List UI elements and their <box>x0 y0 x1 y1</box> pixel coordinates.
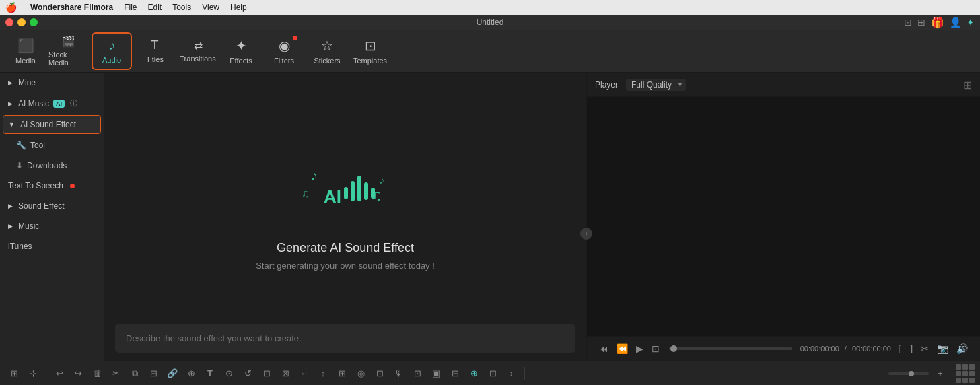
stickers-icon: ☆ <box>321 38 333 54</box>
sidebar-item-itunes[interactable]: iTunes <box>0 236 104 256</box>
skip-back-icon[interactable]: ⏮ <box>598 342 610 355</box>
quality-select[interactable]: Full Quality 1/2 Quality 1/4 Quality <box>626 79 686 91</box>
bt-circle-icon[interactable]: ⊙ <box>220 365 238 382</box>
sidebar-item-mine[interactable]: ▶ Mine <box>0 73 104 93</box>
player-progress[interactable] <box>669 347 792 350</box>
menu-view[interactable]: View <box>202 3 219 12</box>
sidebar-texttospeech-label: Text To Speech <box>8 181 63 190</box>
toolbar-media[interactable]: ⬛ Media <box>5 32 46 70</box>
bt-audio-icon[interactable]: 🎙 <box>390 365 407 382</box>
bt-frame-icon[interactable]: ⊠ <box>277 365 294 382</box>
audio-icon: ♪ <box>108 38 115 53</box>
bt-grid-icon[interactable] <box>956 364 975 383</box>
bt-speed-icon[interactable]: ⊡ <box>484 365 501 382</box>
grid-dot-6 <box>969 371 975 376</box>
bt-undo-icon[interactable]: ↩ <box>50 365 68 382</box>
toolbar-titles[interactable]: T Titles <box>135 32 175 70</box>
zoom-out-icon[interactable]: — <box>868 365 886 382</box>
svg-text:AI: AI <box>324 186 341 207</box>
toolbar-transitions[interactable]: ⇄ Transitions <box>178 32 218 70</box>
bt-split-v-icon[interactable]: ↕ <box>314 365 332 382</box>
sidebar-item-aisoundeffect[interactable]: ▼ AI Sound Effect <box>3 115 101 134</box>
toolbar-titles-label: Titles <box>146 55 164 63</box>
bt-split-h-icon[interactable]: ↔ <box>295 365 313 382</box>
bt-pip-icon[interactable]: ⊞ <box>333 365 351 382</box>
toolbar-stickers[interactable]: ☆ Stickers <box>307 32 347 70</box>
bt-more-icon[interactable]: › <box>503 365 520 382</box>
bt-shield-icon[interactable]: ⊟ <box>446 365 464 382</box>
svg-text:♪: ♪ <box>379 174 384 186</box>
zoom-in-icon[interactable]: + <box>932 365 949 382</box>
bt-rotate-icon[interactable]: ↺ <box>239 365 256 382</box>
bottom-toolbar: ⊞ ⊹ ↩ ↪ 🗑 ✂ ⧉ ⊟ 🔗 ⊕ T ⊙ ↺ ⊡ ⊠ ↔ ↕ ⊞ ◎ ⊡ … <box>0 361 980 385</box>
menu-help[interactable]: Help <box>230 3 247 12</box>
download-icon: ⬇ <box>16 161 23 170</box>
gift-icon[interactable]: 🎁 <box>931 16 944 29</box>
sidebar-item-downloads[interactable]: ⬇ Downloads <box>0 155 104 176</box>
zoom-track[interactable] <box>888 372 929 375</box>
toolbar-effects[interactable]: ✦ Effects <box>221 32 261 70</box>
fullscreen-small-icon[interactable]: ⊡ <box>650 342 661 355</box>
player-header: Player Full Quality 1/2 Quality 1/4 Qual… <box>587 73 980 97</box>
sidebar-item-soundeffect[interactable]: ▶ Sound Effect <box>0 196 104 216</box>
mark-out-icon[interactable]: ⌉ <box>908 342 914 355</box>
grid-view-icon[interactable]: ⊞ <box>963 78 972 91</box>
grid-dot-4 <box>956 371 961 376</box>
user-icon[interactable]: 👤 <box>950 17 961 28</box>
minimize-button[interactable] <box>18 18 26 26</box>
chevron-right-icon-soundeffect: ▶ <box>8 203 13 209</box>
bt-subtitle-icon[interactable]: ⊡ <box>409 365 426 382</box>
toolbar-templates[interactable]: ⊡ Templates <box>350 32 390 70</box>
sidebar: ▶ Mine ▶ AI Music AI ⓘ ▼ AI Sound Effect… <box>0 73 104 361</box>
menu-tools[interactable]: Tools <box>172 3 191 12</box>
toolbar-filters[interactable]: ◉ Filters <box>264 32 304 70</box>
bt-color-icon[interactable]: ▣ <box>427 365 445 382</box>
menu-edit[interactable]: Edit <box>147 3 162 12</box>
bt-text-icon[interactable]: T <box>201 365 219 382</box>
bt-copy-icon[interactable]: ⧉ <box>126 365 143 382</box>
bt-add-icon[interactable]: ⊕ <box>182 365 200 382</box>
bt-redo-icon[interactable]: ↪ <box>69 365 87 382</box>
collapse-sidebar-button[interactable]: ‹ <box>580 228 592 240</box>
sidebar-aisoundeffect-label: AI Sound Effect <box>20 120 76 129</box>
sidebar-item-music[interactable]: ▶ Music <box>0 216 104 236</box>
mark-in-icon[interactable]: ⌈ <box>897 342 903 355</box>
sidebar-item-texttospeech[interactable]: Text To Speech <box>0 176 104 196</box>
window-icon-1[interactable]: ⊡ <box>904 17 912 28</box>
bt-link-icon[interactable]: 🔗 <box>164 365 181 382</box>
bt-cut-icon[interactable]: ✂ <box>107 365 125 382</box>
sparkle-icon[interactable]: ✦ <box>967 17 975 28</box>
snapshot-icon[interactable]: 📷 <box>936 342 950 355</box>
bt-delete-icon[interactable]: 🗑 <box>88 365 106 382</box>
svg-rect-9 <box>371 188 375 199</box>
menu-file[interactable]: File <box>124 3 137 12</box>
fullscreen-button[interactable] <box>30 18 38 26</box>
progress-thumb <box>670 345 677 352</box>
apple-icon[interactable]: 🍎 <box>5 2 17 13</box>
sound-effect-input[interactable] <box>115 324 575 353</box>
bt-record-icon[interactable]: ⊕ <box>465 365 483 382</box>
bt-sep-2 <box>524 367 525 380</box>
grid-dot-9 <box>969 378 975 383</box>
cut-icon[interactable]: ✂ <box>919 342 930 355</box>
frame-back-icon[interactable]: ⏪ <box>615 342 629 355</box>
toolbar-stockmedia[interactable]: 🎬 Stock Media <box>48 32 89 70</box>
toolbar-filters-label: Filters <box>274 57 294 65</box>
svg-rect-6 <box>351 181 355 201</box>
toolbar-audio[interactable]: ♪ Audio <box>92 32 132 70</box>
bt-adjust-icon[interactable]: ⊡ <box>371 365 388 382</box>
close-button[interactable] <box>5 18 13 26</box>
volume-icon[interactable]: 🔊 <box>955 342 969 355</box>
bt-minus-icon[interactable]: ⊟ <box>145 365 162 382</box>
bt-magnet-icon[interactable]: ⊹ <box>24 365 42 382</box>
bt-composite-icon[interactable]: ◎ <box>352 365 370 382</box>
sidebar-item-tool[interactable]: 🔧 Tool <box>0 135 104 155</box>
media-icon: ⬛ <box>18 38 34 54</box>
bt-crop-icon[interactable]: ⊡ <box>258 365 275 382</box>
play-icon[interactable]: ▶ <box>635 342 645 355</box>
sidebar-item-aimusic[interactable]: ▶ AI Music AI ⓘ <box>0 93 104 114</box>
zoom-thumb <box>909 371 914 376</box>
player-controls: ⏮ ⏪ ▶ ⊡ 00:00:00:00 / 00:00:00:00 ⌈ ⌉ ✂ … <box>587 336 980 361</box>
window-icon-2[interactable]: ⊞ <box>917 17 925 28</box>
bt-scene-icon[interactable]: ⊞ <box>5 365 23 382</box>
